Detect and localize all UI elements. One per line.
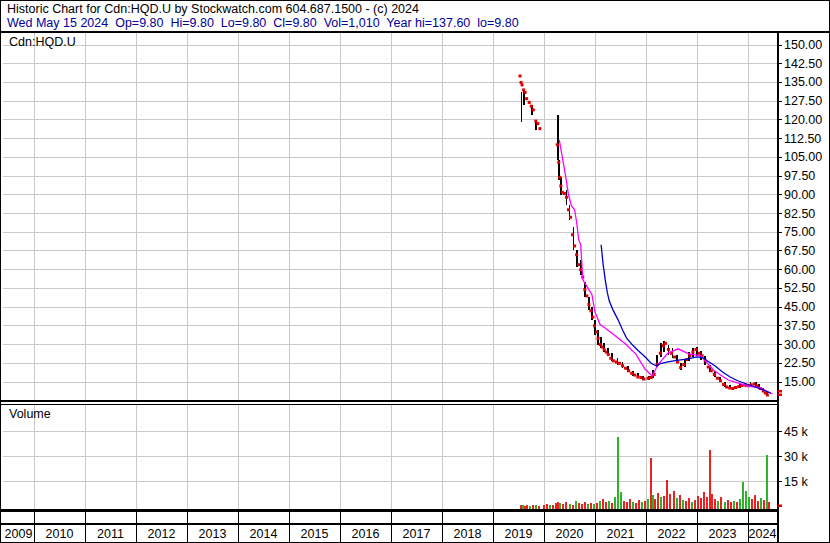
year-label: 2013 [187, 527, 239, 541]
close-dot [728, 386, 731, 389]
volume-bar [562, 504, 564, 509]
close-dot [591, 316, 594, 319]
volume-tick [777, 431, 782, 432]
volume-bar [529, 506, 531, 509]
volume-bar [559, 503, 561, 508]
volume-tick-label: 45 k [784, 425, 829, 439]
price-tick [777, 269, 782, 270]
price-tick-label: 90.00 [784, 188, 829, 202]
close-dot [597, 337, 600, 340]
price-tick-label: 22.50 [784, 356, 829, 370]
close-dot [612, 359, 615, 362]
close-dot [719, 379, 722, 382]
price-tick-label: 135.00 [784, 75, 829, 89]
right-axis-line [777, 31, 779, 543]
volume-bar [524, 506, 526, 509]
volume-bar [742, 482, 744, 509]
year-label: 2016 [340, 527, 392, 541]
volume-bar [522, 505, 524, 509]
volume-bar [730, 502, 732, 509]
close-dot [716, 377, 719, 380]
volume-bar [608, 501, 610, 509]
price-tick [777, 325, 782, 326]
price-tick [777, 138, 782, 139]
volume-bar [629, 499, 631, 509]
close-dot [731, 387, 734, 390]
panel-separator-bottom [1, 404, 777, 405]
volume-bar [532, 505, 534, 509]
close-dot [559, 185, 562, 188]
volume-bar [644, 501, 646, 508]
year-label: 2014 [238, 527, 290, 541]
close-dot [691, 351, 694, 354]
volume-bar [745, 491, 747, 509]
volume-bar [754, 495, 756, 509]
volume-bar [679, 495, 681, 508]
chart-title: Historic Chart for Cdn:HQD.U by Stockwat… [7, 2, 419, 16]
volume-bar [617, 437, 619, 509]
volume-bar [736, 502, 738, 508]
chart-canvas [1, 1, 830, 543]
volume-bar [650, 458, 652, 508]
volume-bar [748, 497, 750, 509]
volume-bar [632, 502, 634, 509]
volume-bar [638, 500, 640, 508]
price-tick-label: 120.00 [784, 113, 829, 127]
historic-chart-page: Historic Chart for Cdn:HQD.U by Stockwat… [0, 0, 830, 543]
current-value-marker [778, 394, 783, 397]
price-tick-label: 60.00 [784, 263, 829, 277]
volume-bar [635, 503, 637, 509]
volume-bar [575, 501, 577, 509]
volume-bar [569, 504, 571, 509]
price-tick [777, 232, 782, 233]
volume-tick [777, 481, 782, 482]
price-tick [777, 63, 782, 64]
volume-bar [669, 494, 671, 509]
close-dot [673, 356, 676, 359]
price-tick [777, 101, 782, 102]
volume-bar [555, 503, 557, 509]
close-dot [621, 364, 624, 367]
volume-bar [673, 491, 675, 508]
volume-bar [763, 500, 765, 509]
volume-bar [620, 492, 622, 509]
volume-bar [685, 501, 687, 509]
volume-bar [605, 502, 607, 509]
close-dot [595, 331, 598, 334]
year-label: 2019 [493, 527, 545, 541]
close-dot [589, 309, 592, 312]
price-tick [777, 363, 782, 364]
volume-bar [590, 503, 592, 508]
close-dot [538, 127, 541, 130]
volume-bar [760, 498, 762, 508]
close-dot [630, 372, 633, 375]
price-tick [777, 307, 782, 308]
volume-tick [777, 456, 782, 457]
volume-bar [587, 504, 589, 508]
close-dot [627, 369, 630, 372]
volume-bar [766, 455, 768, 509]
price-tick [777, 157, 782, 158]
volume-bar [535, 505, 537, 508]
price-tick-label: 150.00 [784, 38, 829, 52]
close-dot [567, 208, 570, 211]
close-dot [725, 385, 728, 388]
time-axis-line [1, 523, 777, 525]
volume-tick-label: 30 k [784, 450, 829, 464]
close-dot [737, 385, 740, 388]
volume-bar [549, 505, 551, 509]
close-dot [624, 367, 627, 370]
price-tick-label: 67.50 [784, 244, 829, 258]
close-dot [734, 386, 737, 389]
price-tick-label: 30.00 [784, 338, 829, 352]
symbol-label: Cdn:HQD.U [9, 35, 76, 49]
volume-bar [727, 500, 729, 509]
close-dot [528, 101, 531, 104]
panel-separator-top [1, 400, 777, 402]
price-tick [777, 119, 782, 120]
close-dot [722, 383, 725, 386]
close-dot [569, 216, 572, 219]
grid-lines [3, 32, 777, 509]
price-tick [777, 344, 782, 345]
volume-bar [654, 499, 656, 509]
